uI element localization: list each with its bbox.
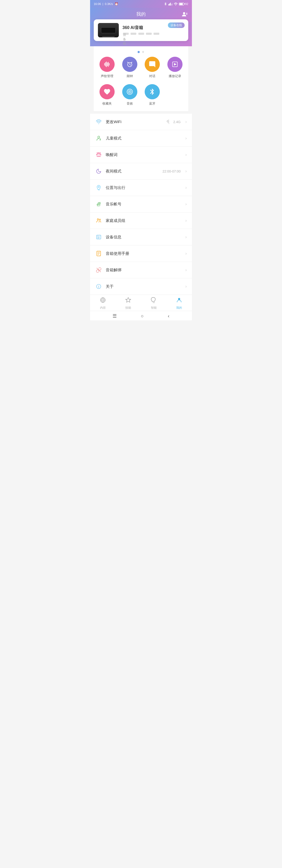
device-card[interactable]: 360 AI音箱 设备ID： 设备在线: [94, 19, 188, 41]
settings-item-about[interactable]: 关于 ›: [90, 278, 192, 294]
skills-nav-label: 技能: [125, 306, 131, 310]
status-left: 16:06 | 0.3K/s ⏰: [94, 2, 118, 6]
device-image: [98, 23, 119, 37]
smart-nav-label: 智能: [151, 306, 157, 310]
nightmode-value: 22:00-07:00: [163, 169, 180, 173]
wakeword-label: 唤醒词: [106, 152, 181, 157]
device-id: 设备ID：: [122, 32, 184, 35]
nightmode-icon: [95, 168, 102, 175]
nightmode-arrow-icon: ›: [185, 169, 187, 174]
svg-rect-1: [169, 3, 170, 5]
settings-item-family[interactable]: 家庭成员组 ›: [90, 213, 192, 229]
play-history-icon-circle: [167, 57, 182, 72]
svg-rect-11: [106, 62, 107, 67]
settings-item-wifi[interactable]: 更改WiFi 2.4G ›: [90, 114, 192, 130]
location-icon: [95, 184, 102, 191]
children-arrow-icon: ›: [185, 136, 187, 141]
music-label: 音乐帐号: [106, 202, 181, 207]
svg-point-43: [99, 285, 99, 286]
pagination-dots: +: [97, 46, 185, 57]
chat-icon-circle: [145, 57, 160, 72]
play-history-label: 播放记录: [169, 74, 181, 79]
action-audio-effects[interactable]: 音效: [118, 84, 141, 106]
home-button[interactable]: ○: [141, 313, 144, 319]
nav-item-smart[interactable]: 智能: [141, 297, 167, 310]
svg-rect-13: [108, 62, 109, 67]
settings-item-wakeword[interactable]: 唤醒词 ›: [90, 147, 192, 163]
content-nav-label: 内容: [100, 306, 106, 310]
user-profile-icon[interactable]: [181, 11, 188, 19]
favorites-label: 收藏夹: [102, 101, 112, 106]
chat-label: 对话: [149, 74, 155, 79]
dot-active[interactable]: [138, 51, 140, 53]
voice-management-icon-circle: [100, 57, 115, 72]
alarm-label: 闹钟: [127, 74, 133, 79]
bluetooth-action-icon-circle: [145, 84, 160, 99]
svg-point-22: [169, 123, 169, 124]
children-icon: [95, 135, 102, 142]
device-info-icon: [95, 234, 102, 241]
separator: |: [103, 2, 103, 5]
quick-actions-row2: 收藏夹 音效 蓝牙: [94, 80, 188, 111]
unbind-icon: [95, 267, 102, 273]
nav-item-skills[interactable]: 技能: [116, 297, 141, 310]
action-bluetooth[interactable]: 蓝牙: [141, 84, 164, 106]
settings-item-location[interactable]: 位置与出行 ›: [90, 180, 192, 196]
svg-point-35: [100, 236, 100, 236]
settings-item-children[interactable]: 儿童模式 ›: [90, 130, 192, 147]
unbind-label: 音箱解绑: [106, 268, 181, 273]
svg-point-30: [99, 219, 101, 220]
svg-line-40: [97, 268, 101, 272]
status-bar: 16:06 | 0.3K/s ⏰ 92: [90, 0, 192, 8]
music-icon: [95, 201, 102, 208]
nav-item-content[interactable]: 内容: [90, 297, 116, 310]
bottom-nav: 内容 技能 智能 我的: [90, 294, 192, 311]
wifi-value: 2.4G: [173, 120, 180, 124]
action-alarm[interactable]: 闹钟: [118, 57, 141, 79]
content-nav-icon: [100, 297, 106, 305]
about-arrow-icon: ›: [185, 284, 187, 289]
action-play-history[interactable]: 播放记录: [164, 57, 186, 79]
svg-point-29: [97, 219, 99, 220]
svg-point-21: [99, 123, 99, 124]
action-chat[interactable]: 对话: [141, 57, 164, 79]
back-button[interactable]: ‹: [168, 313, 170, 319]
manual-label: 音箱使用手册: [106, 251, 181, 256]
settings-item-unbind[interactable]: 音箱解绑 ›: [90, 262, 192, 278]
menu-button[interactable]: ☰: [112, 313, 117, 319]
settings-item-manual[interactable]: 音箱使用手册 ›: [90, 245, 192, 262]
svg-rect-4: [172, 3, 173, 5]
settings-item-device-info[interactable]: 设备信息 ›: [90, 229, 192, 245]
wifi-value-group: 2.4G: [166, 120, 180, 124]
page-title: 我的: [136, 11, 146, 17]
nav-item-mine[interactable]: 我的: [167, 297, 192, 310]
svg-rect-3: [171, 4, 172, 5]
wifi-label: 更改WiFi: [106, 119, 163, 124]
device-id-label: 设备ID：: [123, 33, 129, 35]
family-icon: [95, 217, 102, 224]
unbind-arrow-icon: ›: [185, 268, 187, 272]
favorites-icon-circle: [100, 84, 115, 99]
svg-marker-17: [174, 63, 176, 65]
svg-rect-0: [168, 4, 169, 5]
manual-icon: [95, 250, 102, 257]
manual-arrow-icon: ›: [185, 251, 187, 256]
battery-level: 92: [185, 2, 188, 5]
mine-nav-label: 我的: [176, 306, 182, 310]
svg-line-28: [98, 189, 100, 190]
settings-item-nightmode[interactable]: 夜间模式 22:00-07:00 ›: [90, 163, 192, 180]
placeholder: [164, 84, 186, 106]
action-voice-management[interactable]: 声纹管理: [96, 57, 118, 79]
device-info-arrow-icon: ›: [185, 235, 187, 240]
action-favorites[interactable]: 收藏夹: [96, 84, 118, 106]
svg-point-20: [129, 91, 130, 93]
svg-rect-12: [107, 62, 108, 66]
settings-item-music[interactable]: 音乐帐号 ›: [90, 196, 192, 213]
alarm-icon: ⏰: [115, 2, 118, 6]
location-label: 位置与出行: [106, 185, 181, 190]
network-speed: 0.3K/s: [105, 2, 113, 5]
audio-effects-label: 音效: [127, 101, 133, 106]
add-device-button[interactable]: +: [142, 50, 144, 54]
bluetooth-label: 蓝牙: [149, 101, 155, 106]
svg-point-6: [183, 12, 185, 14]
